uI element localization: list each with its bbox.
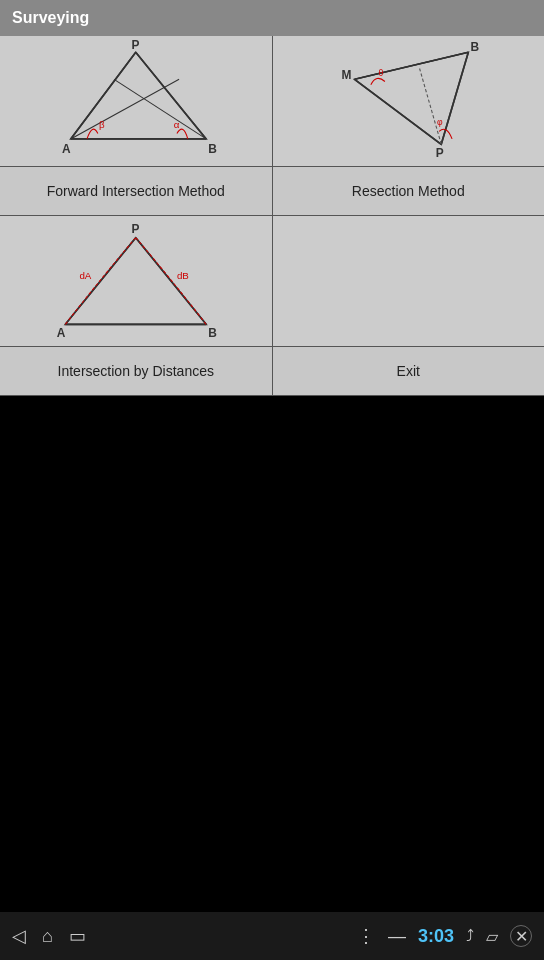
svg-text:B: B bbox=[208, 142, 217, 156]
status-right-area: ⋮ — 3:03 ⤴ ▱ ✕ bbox=[357, 925, 532, 947]
forward-intersection-svg: P A B β α bbox=[0, 36, 272, 166]
intersection-distances-button[interactable]: Intersection by Distances bbox=[0, 347, 273, 395]
image-row-2: P A B dA dB bbox=[0, 216, 544, 347]
screen-icon[interactable]: ▱ bbox=[486, 927, 498, 946]
back-button[interactable]: ◁ bbox=[12, 925, 26, 947]
intersection-distances-svg: P A B dA dB bbox=[0, 216, 272, 346]
resection-image[interactable]: B M P θ φ bbox=[273, 36, 545, 166]
svg-text:β: β bbox=[99, 119, 105, 130]
title-bar: Surveying bbox=[0, 0, 544, 36]
clock: 3:03 bbox=[418, 926, 454, 947]
intersection-distances-image[interactable]: P A B dA dB bbox=[0, 216, 273, 346]
svg-text:P: P bbox=[131, 38, 139, 52]
app-title: Surveying bbox=[12, 9, 89, 27]
forward-intersection-image[interactable]: P A B β α bbox=[0, 36, 273, 166]
nav-controls: ◁ ⌂ ▭ bbox=[12, 925, 86, 947]
status-bar: ◁ ⌂ ▭ ⋮ — 3:03 ⤴ ▱ ✕ bbox=[0, 912, 544, 960]
svg-text:dA: dA bbox=[79, 270, 91, 281]
svg-text:B: B bbox=[470, 40, 479, 54]
empty-image-cell bbox=[273, 216, 545, 346]
label-row-2: Intersection by Distances Exit bbox=[0, 347, 544, 396]
home-button[interactable]: ⌂ bbox=[42, 926, 53, 947]
recent-apps-button[interactable]: ▭ bbox=[69, 925, 86, 947]
svg-text:α: α bbox=[174, 119, 180, 130]
resection-svg: B M P θ φ bbox=[273, 36, 545, 166]
three-dots-icon[interactable]: ⋮ bbox=[357, 925, 376, 947]
svg-text:φ: φ bbox=[436, 117, 442, 127]
svg-text:P: P bbox=[131, 222, 139, 236]
share-icon[interactable]: ⤴ bbox=[466, 927, 474, 945]
svg-text:A: A bbox=[62, 142, 71, 156]
close-icon[interactable]: ✕ bbox=[510, 925, 532, 947]
svg-text:P: P bbox=[435, 146, 443, 160]
svg-text:θ: θ bbox=[378, 68, 383, 78]
forward-intersection-button[interactable]: Forward Intersection Method bbox=[0, 167, 273, 215]
label-row-1: Forward Intersection Method Resection Me… bbox=[0, 167, 544, 216]
main-content: P A B β α B bbox=[0, 36, 544, 396]
image-row-1: P A B β α B bbox=[0, 36, 544, 167]
svg-text:A: A bbox=[57, 326, 66, 340]
minus-icon: — bbox=[388, 926, 406, 947]
resection-button[interactable]: Resection Method bbox=[273, 167, 545, 215]
svg-text:M: M bbox=[341, 68, 351, 82]
svg-rect-12 bbox=[311, 36, 506, 166]
exit-button[interactable]: Exit bbox=[273, 347, 545, 395]
svg-text:dB: dB bbox=[177, 270, 189, 281]
svg-text:B: B bbox=[208, 326, 217, 340]
